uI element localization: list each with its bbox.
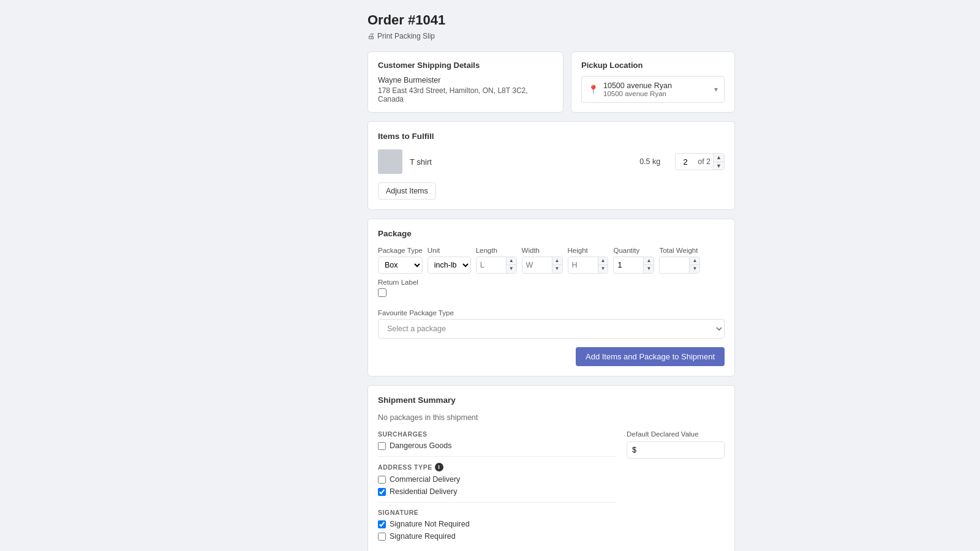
address-type-info-icon[interactable]: i xyxy=(435,463,443,471)
return-label-field: Return Label xyxy=(378,279,418,301)
commercial-delivery-checkbox[interactable] xyxy=(378,476,386,484)
item-quantity-control[interactable]: of 2 ▲ ▼ xyxy=(675,153,725,171)
pickup-location-card: Pickup Location 📍 10500 avenue Ryan 1050… xyxy=(571,51,735,113)
surcharges-column: SURCHARGES Dangerous Goods ADDRESS TYPE … xyxy=(378,430,617,544)
customer-address: 178 East 43rd Street, Hamilton, ON, L8T … xyxy=(378,86,553,103)
adjust-items-button[interactable]: Adjust Items xyxy=(378,182,436,200)
quantity-decrement-button[interactable]: ▼ xyxy=(644,264,654,272)
pickup-location-main: 10500 avenue Ryan xyxy=(603,81,709,90)
signature-not-required-checkbox[interactable] xyxy=(378,520,386,528)
height-decrement-button[interactable]: ▼ xyxy=(598,264,608,272)
dangerous-goods-label: Dangerous Goods xyxy=(390,441,451,450)
chevron-down-icon: ▾ xyxy=(714,85,718,94)
length-field: Length ▲ ▼ xyxy=(476,247,517,274)
commercial-delivery-row: Commercial Delivery xyxy=(378,475,617,484)
qty-increment-button[interactable]: ▲ xyxy=(714,154,724,162)
unit-field: Unit inch-lb xyxy=(428,247,471,274)
printer-icon: 🖨 xyxy=(368,32,375,40)
height-label: Height xyxy=(568,247,609,254)
table-row: T shirt 0.5 kg of 2 ▲ ▼ xyxy=(378,149,725,174)
quantity-increment-button[interactable]: ▲ xyxy=(644,257,654,264)
signature-not-required-label: Signature Not Required xyxy=(390,520,470,528)
total-weight-increment-button[interactable]: ▲ xyxy=(690,257,699,264)
declared-value-input-group[interactable]: ▲ ▼ xyxy=(627,441,725,459)
quantity-input-group[interactable]: ▲ ▼ xyxy=(613,257,654,274)
length-input-group[interactable]: ▲ ▼ xyxy=(476,257,517,274)
width-label: Width xyxy=(522,247,563,254)
items-to-fulfill-section: Items to Fulfill T shirt 0.5 kg of 2 ▲ ▼… xyxy=(368,121,735,210)
height-spin-buttons[interactable]: ▲ ▼ xyxy=(598,257,608,273)
pickup-text-block: 10500 avenue Ryan 10500 avenue Ryan xyxy=(603,81,709,97)
quantity-input[interactable] xyxy=(614,258,643,272)
length-increment-button[interactable]: ▲ xyxy=(507,257,516,264)
address-type-label: ADDRESS TYPE i xyxy=(378,463,617,471)
height-increment-button[interactable]: ▲ xyxy=(598,257,608,264)
length-label: Length xyxy=(476,247,517,254)
item-thumbnail xyxy=(378,149,402,174)
dangerous-goods-row: Dangerous Goods xyxy=(378,441,617,450)
length-input[interactable] xyxy=(477,258,506,272)
customer-shipping-card: Customer Shipping Details Wayne Burmeist… xyxy=(368,51,564,113)
signature-label: SIGNATURE xyxy=(378,509,617,516)
return-label-label: Return Label xyxy=(378,279,418,286)
width-input-group[interactable]: ▲ ▼ xyxy=(522,257,563,274)
height-input-group[interactable]: ▲ ▼ xyxy=(568,257,609,274)
package-type-select[interactable]: Box xyxy=(378,257,423,274)
shipment-summary-section: Shipment Summary No packages in this shi… xyxy=(368,385,735,551)
dangerous-goods-checkbox[interactable] xyxy=(378,442,386,450)
print-packing-slip-link[interactable]: 🖨 Print Packing Slip xyxy=(368,32,735,40)
qty-spin-buttons[interactable]: ▲ ▼ xyxy=(713,154,724,170)
add-items-package-button[interactable]: Add Items and Package to Shipment xyxy=(576,347,725,366)
item-name: T shirt xyxy=(410,157,632,167)
width-field: Width ▲ ▼ xyxy=(522,247,563,274)
residential-delivery-label: Residential Delivery xyxy=(390,487,457,496)
surcharges-label: SURCHARGES xyxy=(378,430,617,438)
length-decrement-button[interactable]: ▼ xyxy=(507,264,516,272)
residential-delivery-checkbox[interactable] xyxy=(378,488,386,496)
pickup-location-selector[interactable]: 📍 10500 avenue Ryan 10500 avenue Ryan ▾ xyxy=(581,76,725,103)
return-label-checkbox[interactable] xyxy=(378,288,386,297)
width-increment-button[interactable]: ▲ xyxy=(552,257,562,264)
item-qty-of: of 2 xyxy=(695,157,713,166)
print-label-text: Print Packing Slip xyxy=(377,32,435,40)
signature-required-checkbox[interactable] xyxy=(378,533,386,541)
qty-decrement-button[interactable]: ▼ xyxy=(714,162,724,170)
favourite-package-row: Favourite Package Type Select a package xyxy=(378,309,725,339)
item-weight: 0.5 kg xyxy=(639,157,660,166)
signature-required-row: Signature Required xyxy=(378,532,617,541)
shipment-summary-title: Shipment Summary xyxy=(378,395,725,405)
package-type-label: Package Type xyxy=(378,247,423,254)
unit-label: Unit xyxy=(428,247,471,254)
declared-value-column: Default Declared Value ▲ ▼ xyxy=(627,430,725,459)
quantity-label: Quantity xyxy=(613,247,654,254)
address-type-text: ADDRESS TYPE xyxy=(378,463,432,471)
commercial-delivery-label: Commercial Delivery xyxy=(390,475,460,484)
declared-value-input[interactable] xyxy=(627,442,725,458)
favourite-package-select[interactable]: Select a package xyxy=(378,319,725,339)
signature-required-label: Signature Required xyxy=(390,532,456,541)
height-field: Height ▲ ▼ xyxy=(568,247,609,274)
residential-delivery-row: Residential Delivery xyxy=(378,487,617,496)
total-weight-spin-buttons[interactable]: ▲ ▼ xyxy=(689,257,699,273)
package-type-field: Package Type Box xyxy=(378,247,423,274)
total-weight-input-group[interactable]: ▲ ▼ xyxy=(659,257,700,274)
package-fields-row: Package Type Box Unit inch-lb Length xyxy=(378,247,725,301)
height-input[interactable] xyxy=(568,258,598,272)
pickup-location-sub: 10500 avenue Ryan xyxy=(603,90,709,97)
total-weight-input[interactable] xyxy=(660,258,689,272)
quantity-spin-buttons[interactable]: ▲ ▼ xyxy=(643,257,654,273)
item-qty-input[interactable] xyxy=(676,156,695,168)
unit-select[interactable]: inch-lb xyxy=(428,257,471,274)
width-input[interactable] xyxy=(522,258,552,272)
items-section-title: Items to Fulfill xyxy=(378,132,725,141)
favourite-package-label: Favourite Package Type xyxy=(378,309,725,317)
signature-not-required-row: Signature Not Required xyxy=(378,520,617,528)
length-spin-buttons[interactable]: ▲ ▼ xyxy=(506,257,516,273)
order-title: Order #1041 xyxy=(368,12,735,28)
package-section: Package Package Type Box Unit inch-lb xyxy=(368,219,735,377)
width-decrement-button[interactable]: ▼ xyxy=(552,264,562,272)
customer-name: Wayne Burmeister xyxy=(378,76,553,84)
total-weight-decrement-button[interactable]: ▼ xyxy=(690,264,699,272)
width-spin-buttons[interactable]: ▲ ▼ xyxy=(552,257,562,273)
total-weight-label: Total Weight xyxy=(659,247,700,254)
